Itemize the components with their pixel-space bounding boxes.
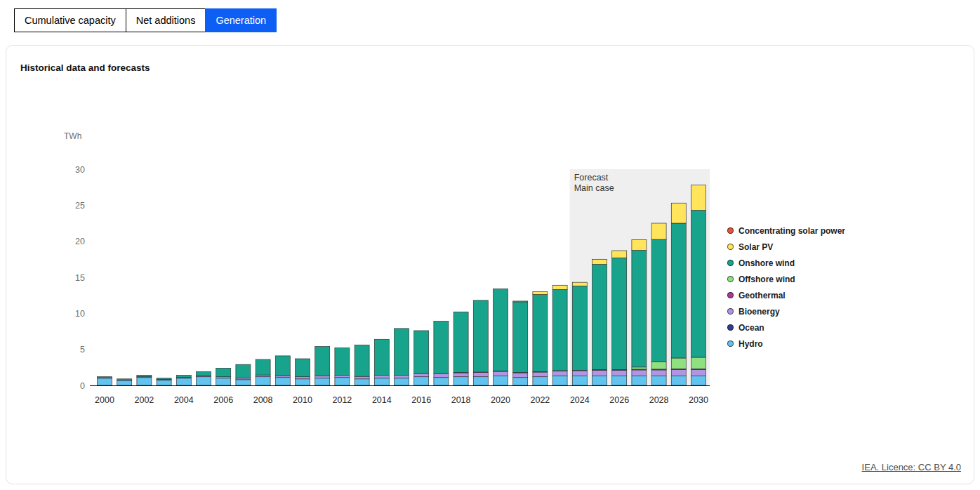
bar-2021[interactable]	[513, 301, 528, 385]
bar-2025[interactable]	[592, 259, 607, 385]
bar-segment-hydro[interactable]	[651, 376, 666, 385]
bar-segment-onshore-wind[interactable]	[473, 300, 488, 372]
bar-segment-hydro[interactable]	[552, 376, 567, 385]
bar-segment-bioenergy[interactable]	[612, 370, 627, 376]
bar-segment-onshore-wind[interactable]	[296, 359, 310, 377]
bar-segment-hydro[interactable]	[216, 378, 231, 385]
bar-segment-bioenergy[interactable]	[453, 373, 468, 377]
bar-2016[interactable]	[414, 331, 429, 385]
bar-2017[interactable]	[434, 322, 449, 385]
legend-item-hydro[interactable]: Hydro	[727, 336, 845, 352]
bar-segment-bioenergy[interactable]	[335, 376, 350, 378]
bar-segment-onshore-wind[interactable]	[256, 359, 270, 375]
bar-segment-bioenergy[interactable]	[533, 372, 548, 377]
bar-segment-hydro[interactable]	[473, 377, 488, 385]
bar-2029[interactable]	[671, 203, 686, 385]
bar-segment-bioenergy[interactable]	[275, 376, 290, 378]
bar-segment-onshore-wind[interactable]	[216, 368, 231, 376]
bar-segment-hydro[interactable]	[453, 377, 468, 385]
bar-2015[interactable]	[395, 329, 409, 385]
bar-2024[interactable]	[572, 282, 587, 385]
bar-segment-onshore-wind[interactable]	[98, 377, 112, 378]
bar-segment-hydro[interactable]	[691, 376, 706, 385]
bar-segment-onshore-wind[interactable]	[374, 339, 389, 375]
bar-segment-hydro[interactable]	[137, 378, 152, 385]
bar-segment-bioenergy[interactable]	[494, 371, 508, 376]
bar-segment-hydro[interactable]	[434, 378, 449, 385]
bar-segment-onshore-wind[interactable]	[117, 379, 132, 380]
bar-segment-bioenergy[interactable]	[592, 370, 607, 376]
bar-segment-hydro[interactable]	[533, 377, 548, 385]
bar-segment-hydro[interactable]	[197, 377, 211, 385]
bar-segment-solar-pv[interactable]	[552, 285, 567, 289]
bar-segment-hydro[interactable]	[671, 376, 686, 385]
bar-segment-bioenergy[interactable]	[473, 373, 488, 377]
bar-segment-solar-pv[interactable]	[572, 282, 587, 286]
bar-2003[interactable]	[157, 378, 171, 385]
bar-segment-solar-pv[interactable]	[691, 185, 706, 211]
bar-2009[interactable]	[275, 356, 290, 385]
bar-2004[interactable]	[176, 376, 191, 385]
bar-2011[interactable]	[315, 347, 330, 385]
bar-2027[interactable]	[632, 240, 647, 385]
bar-segment-onshore-wind[interactable]	[355, 345, 369, 377]
bar-segment-hydro[interactable]	[632, 376, 647, 385]
bar-segment-bioenergy[interactable]	[632, 370, 647, 376]
bar-segment-onshore-wind[interactable]	[176, 376, 191, 378]
bar-segment-hydro[interactable]	[335, 378, 350, 385]
bar-segment-solar-pv[interactable]	[671, 203, 686, 223]
bar-segment-solar-pv[interactable]	[592, 259, 607, 264]
bar-segment-hydro[interactable]	[513, 378, 528, 385]
bar-segment-hydro[interactable]	[157, 380, 171, 385]
bar-2006[interactable]	[216, 368, 231, 385]
bar-2002[interactable]	[137, 376, 152, 385]
bar-segment-bioenergy[interactable]	[374, 376, 389, 378]
bar-2028[interactable]	[651, 223, 666, 385]
bar-segment-onshore-wind[interactable]	[494, 289, 508, 371]
bar-segment-bioenergy[interactable]	[296, 377, 310, 379]
bar-2030[interactable]	[691, 185, 706, 385]
bar-segment-hydro[interactable]	[176, 378, 191, 385]
bar-segment-hydro[interactable]	[592, 376, 607, 385]
bar-segment-hydro[interactable]	[374, 378, 389, 385]
bar-2014[interactable]	[374, 339, 389, 385]
bar-segment-onshore-wind[interactable]	[157, 378, 171, 380]
bar-segment-onshore-wind[interactable]	[335, 348, 350, 376]
bar-segment-onshore-wind[interactable]	[671, 223, 686, 358]
bar-2007[interactable]	[236, 364, 251, 385]
tab-cumulative-capacity[interactable]: Cumulative capacity	[14, 8, 126, 32]
bar-2018[interactable]	[453, 312, 468, 385]
bar-segment-onshore-wind[interactable]	[533, 295, 548, 372]
bar-2020[interactable]	[494, 289, 508, 385]
legend-item-bioenergy[interactable]: Bioenergy	[727, 303, 845, 319]
bar-2010[interactable]	[296, 359, 310, 385]
bar-segment-onshore-wind[interactable]	[513, 302, 528, 373]
bar-2013[interactable]	[355, 345, 369, 385]
bar-segment-bioenergy[interactable]	[651, 370, 666, 376]
bar-segment-hydro[interactable]	[612, 376, 627, 385]
bar-2026[interactable]	[612, 251, 627, 385]
bar-segment-hydro[interactable]	[414, 377, 429, 385]
bar-segment-onshore-wind[interactable]	[592, 265, 607, 370]
bar-segment-onshore-wind[interactable]	[395, 329, 409, 376]
bar-segment-onshore-wind[interactable]	[197, 371, 211, 376]
legend-item-offshore-wind[interactable]: Offshore wind	[727, 271, 845, 287]
bar-segment-onshore-wind[interactable]	[414, 331, 429, 373]
legend-item-onshore-wind[interactable]: Onshore wind	[727, 255, 845, 271]
bar-segment-solar-pv[interactable]	[651, 223, 666, 239]
bar-segment-onshore-wind[interactable]	[572, 286, 587, 370]
bar-segment-onshore-wind[interactable]	[453, 312, 468, 372]
bar-segment-hydro[interactable]	[117, 380, 132, 385]
bar-segment-bioenergy[interactable]	[256, 375, 270, 377]
legend-item-geothermal[interactable]: Geothermal	[727, 287, 845, 303]
bar-segment-onshore-wind[interactable]	[275, 356, 290, 376]
bar-segment-bioenergy[interactable]	[414, 373, 429, 377]
bar-2008[interactable]	[256, 359, 270, 385]
bar-segment-bioenergy[interactable]	[434, 374, 449, 378]
bar-segment-solar-pv[interactable]	[533, 292, 548, 295]
bar-segment-bioenergy[interactable]	[671, 369, 686, 376]
bar-segment-solar-pv[interactable]	[513, 301, 528, 302]
legend-item-concentrating-solar-power[interactable]: Concentrating solar power	[727, 223, 845, 239]
tab-generation[interactable]: Generation	[205, 8, 277, 32]
bar-segment-bioenergy[interactable]	[691, 369, 706, 376]
